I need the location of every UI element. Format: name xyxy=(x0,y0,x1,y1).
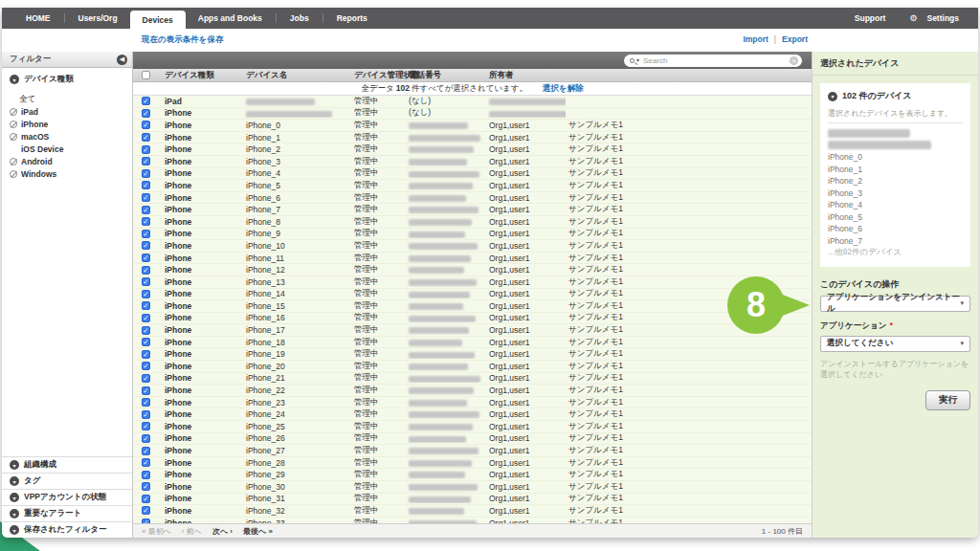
row-checkbox[interactable]: ✓ xyxy=(142,206,150,214)
table-row[interactable]: ✓iPhoneiPhone_4管理中Org1,user1サンプルメモ1 xyxy=(133,168,812,181)
device-type-section[interactable]: ▾ デバイス種類 xyxy=(2,68,132,89)
pagination-prev[interactable]: ‹ 前へ xyxy=(182,526,202,537)
table-row[interactable]: ✓iPhoneiPhone_13管理中Org1,user1サンプルメモ1 xyxy=(133,276,812,289)
select-all-checkbox[interactable] xyxy=(142,71,150,79)
application-select[interactable]: 選択してください ▾ xyxy=(820,336,970,352)
row-checkbox[interactable]: ✓ xyxy=(142,482,150,491)
sidebar-item-ipad[interactable]: iPad xyxy=(2,105,132,118)
row-checkbox[interactable]: ✓ xyxy=(142,495,150,503)
export-link[interactable]: Export xyxy=(782,34,808,44)
collapse-sidebar-button[interactable]: ◀ xyxy=(117,55,127,65)
table-row[interactable]: ✓iPhoneiPhone_9管理中Org1,user1サンプルメモ1 xyxy=(133,229,812,241)
table-row[interactable]: ✓iPhoneiPhone_5管理中Org1,user1サンプルメモ1 xyxy=(133,180,812,192)
settings-link[interactable]: Settings xyxy=(921,13,965,23)
row-checkbox[interactable]: ✓ xyxy=(142,301,150,310)
row-checkbox[interactable]: ✓ xyxy=(142,326,150,335)
row-checkbox[interactable]: ✓ xyxy=(142,230,150,238)
nav-tab-home[interactable]: HOME xyxy=(13,8,63,29)
import-link[interactable]: Import xyxy=(743,34,768,44)
row-checkbox[interactable]: ✓ xyxy=(142,277,150,286)
save-view-link[interactable]: 現在の表示条件を保存 xyxy=(142,34,223,46)
sidebar-item-android[interactable]: Android xyxy=(2,155,132,167)
row-checkbox[interactable]: ✓ xyxy=(142,314,150,322)
table-row[interactable]: ✓iPhoneiPhone_18管理中Org1,user1サンプルメモ1 xyxy=(133,337,812,349)
row-checkbox[interactable]: ✓ xyxy=(142,97,150,105)
search-input[interactable]: ▾ Search × xyxy=(624,55,802,67)
column-header-owner[interactable]: 所有者 xyxy=(486,70,566,81)
column-header-phone[interactable]: 電話番号 xyxy=(406,70,486,81)
table-row[interactable]: ✓iPhoneiPhone_24管理中Org1,user1サンプルメモ1 xyxy=(133,408,812,421)
table-row[interactable]: ✓iPhoneiPhone_12管理中Org1,user1サンプルメモ1 xyxy=(133,264,812,276)
table-row[interactable]: ✓iPhoneiPhone_21管理中Org1,user1サンプルメモ1 xyxy=(133,373,812,386)
table-row[interactable]: ✓iPhoneiPhone_23管理中Org1,user1サンプルメモ1 xyxy=(133,397,812,409)
column-header-management-status[interactable]: デバイス管理状態 xyxy=(351,70,406,81)
row-checkbox[interactable]: ✓ xyxy=(142,386,150,395)
table-row[interactable]: ✓iPhoneiPhone_19管理中Org1,user1サンプルメモ1 xyxy=(133,348,812,361)
pagination-first[interactable]: « 最初へ xyxy=(142,526,171,537)
row-checkbox[interactable]: ✓ xyxy=(142,362,150,370)
row-checkbox[interactable]: ✓ xyxy=(142,266,150,275)
table-row[interactable]: ✓iPhoneiPhone_11管理中Org1,user1サンプルメモ1 xyxy=(133,253,812,265)
row-checkbox[interactable]: ✓ xyxy=(142,133,150,142)
row-checkbox[interactable]: ✓ xyxy=(142,471,150,479)
table-row[interactable]: ✓iPhoneiPhone_7管理中Org1,user1サンプルメモ1 xyxy=(133,204,812,216)
nav-tab-jobs[interactable]: Jobs xyxy=(278,8,322,29)
table-row[interactable]: ✓iPhoneiPhone_15管理中Org1,user1サンプルメモ1 xyxy=(133,300,812,313)
table-row[interactable]: ✓iPhoneiPhone_28管理中Org1,user1サンプルメモ1 xyxy=(133,457,812,470)
table-row[interactable]: ✓iPhoneiPhone_26管理中Org1,user1サンプルメモ1 xyxy=(133,433,812,446)
table-row[interactable]: ✓iPhoneiPhone_16管理中Org1,user1サンプルメモ1 xyxy=(133,313,812,325)
table-row[interactable]: ✓iPhoneiPhone_20管理中Org1,user1サンプルメモ1 xyxy=(133,361,812,373)
sidebar-section-[interactable]: ▾保存されたフィルター xyxy=(2,521,132,538)
row-checkbox[interactable]: ✓ xyxy=(142,290,150,298)
row-checkbox[interactable]: ✓ xyxy=(142,506,150,515)
sidebar-section-[interactable]: ▾組織構成 xyxy=(2,456,132,473)
nav-tab-reports[interactable]: Reports xyxy=(324,8,380,29)
table-row[interactable]: ✓iPhoneiPhone_0管理中Org1,user1サンプルメモ1 xyxy=(133,120,812,132)
table-row[interactable]: ✓iPhoneiPhone_14管理中Org1,user1サンプルメモ1 xyxy=(133,289,812,301)
nav-tab-devices[interactable]: Devices xyxy=(130,11,186,29)
table-row[interactable]: ✓iPhoneiPhone_17管理中Org1,user1サンプルメモ1 xyxy=(133,324,812,337)
execute-button[interactable]: 実行 xyxy=(925,390,970,410)
row-checkbox[interactable]: ✓ xyxy=(142,458,150,467)
pagination-next[interactable]: 次へ › xyxy=(212,526,233,537)
row-checkbox[interactable]: ✓ xyxy=(142,350,150,359)
table-row[interactable]: ✓iPhoneiPhone_29管理中Org1,user1サンプルメモ1 xyxy=(133,469,812,481)
table-row[interactable]: ✓iPhoneiPhone_10管理中Org1,user1サンプルメモ1 xyxy=(133,240,812,253)
row-checkbox[interactable]: ✓ xyxy=(142,422,150,430)
table-row[interactable]: ✓iPhoneiPhone_22管理中Org1,user1サンプルメモ1 xyxy=(133,385,812,397)
support-link[interactable]: Support xyxy=(849,13,892,23)
table-row[interactable]: ✓iPhoneiPhone_25管理中Org1,user1サンプルメモ1 xyxy=(133,421,812,433)
column-header-device-name[interactable]: デバイス名 xyxy=(243,70,351,81)
sidebar-section-vpp[interactable]: ▾VPPアカウントの状態 xyxy=(2,489,132,505)
sidebar-item-[interactable]: 全て xyxy=(2,93,132,105)
sidebar-section-[interactable]: ▾重要なアラート xyxy=(2,505,132,521)
table-row[interactable]: ✓iPhoneiPhone_32管理中Org1,user1サンプルメモ1 xyxy=(133,505,812,518)
sidebar-item-ios-device[interactable]: iOS Device xyxy=(2,143,132,155)
sidebar-item-iphone[interactable]: iPhone xyxy=(2,118,132,130)
row-checkbox[interactable]: ✓ xyxy=(142,447,150,455)
search-scope-caret-icon[interactable]: ▾ xyxy=(636,57,639,63)
action-select[interactable]: アプリケーションをアンインストール ▾ xyxy=(820,296,970,312)
table-row[interactable]: ✓iPhoneiPhone_30管理中Org1,user1サンプルメモ1 xyxy=(133,481,812,494)
sidebar-item-macos[interactable]: macOS xyxy=(2,130,132,143)
row-checkbox[interactable]: ✓ xyxy=(142,145,150,154)
table-row[interactable]: ✓iPhoneiPhone_2管理中Org1,user1サンプルメモ1 xyxy=(133,143,812,156)
table-row[interactable]: ✓iPhoneiPhone_27管理中Org1,user1サンプルメモ1 xyxy=(133,445,812,457)
device-count-row[interactable]: ▾ 102 件のデバイス xyxy=(828,90,963,102)
row-checkbox[interactable]: ✓ xyxy=(142,253,150,262)
row-checkbox[interactable]: ✓ xyxy=(142,169,150,178)
nav-tab-users-org[interactable]: Users/Org xyxy=(66,8,130,29)
row-checkbox[interactable]: ✓ xyxy=(142,217,150,226)
row-checkbox[interactable]: ✓ xyxy=(142,241,150,250)
sidebar-section-[interactable]: ▾タグ xyxy=(2,473,132,489)
row-checkbox[interactable]: ✓ xyxy=(142,410,150,419)
search-clear-icon[interactable]: × xyxy=(790,56,798,65)
row-checkbox[interactable]: ✓ xyxy=(142,109,150,118)
sidebar-item-windows[interactable]: Windows xyxy=(2,167,132,180)
row-checkbox[interactable]: ✓ xyxy=(142,193,150,202)
row-checkbox[interactable]: ✓ xyxy=(142,181,150,189)
table-row[interactable]: ✓iPhoneiPhone_8管理中Org1,user1サンプルメモ1 xyxy=(133,216,812,229)
row-checkbox[interactable]: ✓ xyxy=(142,398,150,407)
row-checkbox[interactable]: ✓ xyxy=(142,338,150,346)
row-checkbox[interactable]: ✓ xyxy=(142,121,150,129)
